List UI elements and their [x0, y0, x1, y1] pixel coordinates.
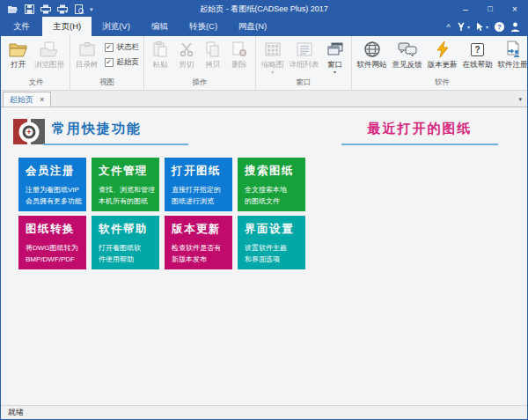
tab-edit[interactable]: 编辑 — [141, 17, 179, 36]
shortcut-tiles: 会员注册 注册为看图纸VIP会员拥有更多功能 文件管理 查找、浏览和管理本机所有… — [18, 158, 305, 269]
dropdown-caret-icon: ▾ — [486, 24, 488, 30]
tile-software-help[interactable]: 软件帮助 打开看图纸软件使用帮助 — [92, 216, 159, 269]
cut-scissors-icon — [179, 39, 194, 60]
startpage-checkbox[interactable]: ✓ 起始页 — [105, 57, 140, 68]
tab-home[interactable]: 主页(H) — [42, 17, 92, 36]
detail-list-button[interactable]: 详细列表 — [287, 37, 322, 70]
tab-browse[interactable]: 浏览(V) — [92, 17, 141, 36]
folder-open-icon — [9, 39, 28, 60]
checkbox-checked-icon: ✓ — [105, 43, 114, 52]
dropdown-caret-icon: ▾ — [334, 70, 336, 75]
tile-version-update[interactable]: 版本更新 检查软件是否有新版本发布 — [165, 216, 232, 269]
collapse-ribbon-icon[interactable]: ^ — [446, 23, 451, 31]
minimize-button[interactable]: – — [453, 1, 478, 17]
browse-drawings-button[interactable]: 浏览图形 — [32, 37, 67, 70]
common-functions-title: 常用快捷功能 — [52, 121, 142, 137]
checkbox-checked-icon: ✓ — [105, 58, 114, 67]
tab-convert[interactable]: 转换(C) — [179, 17, 228, 36]
menubar-right-icons: ^ ▾ ▾ ? — [446, 17, 527, 36]
doc-tab-startpage[interactable]: 起始页 × — [3, 92, 51, 107]
tab-file[interactable]: 文件 — [1, 17, 42, 36]
tile-member-register[interactable]: 会员注册 注册为看图纸VIP会员拥有更多功能 — [18, 158, 86, 211]
detail-list-icon — [297, 39, 312, 60]
save-icon[interactable] — [23, 3, 35, 15]
right-title-underline — [341, 144, 498, 145]
thumbnails-button[interactable]: 缩略图 ▾ — [259, 37, 287, 75]
online-help-icon: ? — [471, 39, 484, 60]
feedback-chat-icon — [398, 39, 417, 60]
left-title-underline — [43, 144, 188, 145]
directory-tree-button[interactable]: 目录树 — [73, 37, 101, 70]
maximize-button[interactable]: □ — [478, 1, 502, 17]
tile-drawing-convert[interactable]: 图纸转换 将DWG图纸转为BMP/DWF/PDF — [18, 216, 86, 269]
statusbar-checkbox[interactable]: ✓ 状态栏 — [105, 42, 140, 53]
group-label-operations: 操作 — [147, 77, 253, 90]
help-icon[interactable]: ? — [495, 22, 504, 32]
dropdown-caret-icon: ▾ — [467, 24, 470, 30]
quick-print-icon[interactable] — [56, 3, 69, 15]
view-checkboxes: ✓ 状态栏 ✓ 起始页 — [101, 37, 142, 68]
website-globe-icon — [363, 39, 381, 60]
software-website-button[interactable]: 软件网站 — [355, 37, 390, 70]
tile-ui-settings[interactable]: 界面设置 设置软件主题和界面选项 — [238, 216, 305, 269]
delete-button[interactable]: 删除 — [226, 37, 253, 70]
tab-list-dropdown-icon[interactable]: ▾ — [518, 96, 522, 103]
group-label-view: 视图 — [73, 77, 141, 90]
directory-tree-icon — [77, 39, 97, 60]
open-button[interactable]: 打开 — [5, 37, 32, 70]
copy-icon — [205, 39, 221, 60]
app-logo: + — [13, 117, 45, 146]
ribbon-group-window: 缩略图 ▾ 详细列表 窗口 ▾ 窗口 — [256, 36, 352, 90]
group-label-software: 软件 — [355, 77, 528, 90]
user-account-icon[interactable] — [510, 22, 520, 32]
print-icon[interactable] — [40, 3, 52, 15]
group-label-file: 文件 — [5, 77, 67, 90]
software-register-button[interactable]: 软件注册 — [495, 37, 528, 70]
status-bar: 就绪 — [1, 405, 527, 419]
tools-wrench-icon[interactable]: ▾ — [457, 22, 470, 32]
title-bar: ▾ 起始页 - 看图纸(CADSee Plus) 2017 – □ × — [1, 1, 527, 17]
recent-drawings-title: 最近打开的图纸 — [340, 121, 500, 137]
copy-button[interactable]: 拷贝 — [200, 37, 226, 70]
ribbon-group-operations: 粘贴 剪切 拷贝 删除 — [144, 36, 256, 90]
delete-icon — [231, 39, 247, 60]
ribbon: 打开 浏览图形 文件 目录树 — [1, 36, 527, 91]
group-label-window: 窗口 — [259, 77, 348, 90]
print-preview-icon[interactable] — [73, 3, 85, 15]
ribbon-group-software: 软件网站 意见反馈 版本更新 ? — [352, 36, 528, 90]
tile-open-drawing[interactable]: 打开图纸 直接打开指定的图纸进行浏览 — [165, 158, 232, 211]
document-tab-strip: 起始页 × ▾ — [1, 91, 527, 107]
status-text: 就绪 — [8, 407, 24, 418]
pointer-tool-icon[interactable]: ▾ — [476, 22, 488, 32]
ribbon-tab-bar: 文件 主页(H) 浏览(V) 编辑 转换(C) 网盘(N) ^ ▾ ▾ ? — [1, 17, 527, 36]
tile-file-manage[interactable]: 文件管理 查找、浏览和管理本机所有的图纸 — [92, 158, 159, 211]
tile-search-drawing[interactable]: 搜索图纸 全文搜索本地的图纸文件 — [238, 158, 305, 211]
tab-netdisk[interactable]: 网盘(N) — [228, 17, 277, 36]
ribbon-group-view: 目录树 ✓ 状态栏 ✓ 起始页 视图 — [70, 36, 144, 90]
app-window: ▾ 起始页 - 看图纸(CADSee Plus) 2017 – □ × 文件 主… — [0, 0, 528, 420]
online-help-button[interactable]: ? 在线帮助 — [460, 37, 495, 70]
ribbon-group-file: 打开 浏览图形 文件 — [3, 36, 70, 90]
update-bolt-icon — [436, 39, 450, 60]
feedback-button[interactable]: 意见反馈 — [390, 37, 425, 70]
dropdown-caret-icon: ▾ — [271, 70, 274, 75]
close-button[interactable]: × — [502, 1, 527, 17]
start-page: + 常用快捷功能 最近打开的图纸 会员注册 注册为看图纸VIP会员拥有更多功能 … — [1, 107, 527, 405]
paste-icon — [152, 39, 168, 60]
paste-button[interactable]: 粘贴 — [147, 37, 173, 70]
thumbnails-grid-icon — [265, 39, 281, 60]
register-doc-icon — [504, 39, 522, 60]
browse-drawings-icon — [40, 39, 59, 60]
version-update-button[interactable]: 版本更新 — [425, 37, 460, 70]
open-file-icon[interactable] — [6, 3, 18, 15]
window-button[interactable]: 窗口 ▾ — [322, 37, 348, 75]
windows-icon — [326, 39, 344, 60]
quick-access-toolbar: ▾ — [1, 3, 93, 15]
tab-close-icon[interactable]: × — [40, 95, 44, 104]
window-controls: – □ × — [453, 1, 527, 17]
crosshair-icon: + — [23, 125, 36, 138]
qat-customize-dropdown-icon[interactable]: ▾ — [90, 6, 93, 12]
cut-button[interactable]: 剪切 — [173, 37, 200, 70]
